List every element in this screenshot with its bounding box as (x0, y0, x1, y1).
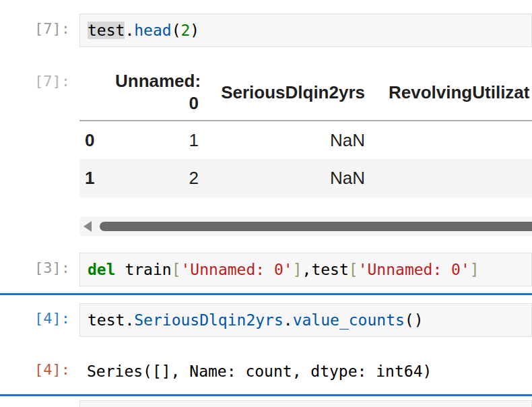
code-token-string: 'Unnamed: 0' (181, 261, 293, 278)
code-editor-4[interactable]: test.SeriousDlqin2yrs.value_counts() (79, 303, 532, 337)
code-token-bracket: ] (293, 261, 302, 278)
cell-separator-line (0, 394, 532, 396)
output-text: Series([], Name: count, dtype: int64) (79, 354, 532, 381)
code-token: test (88, 311, 125, 329)
input-prompt-7: [7]: (0, 13, 79, 37)
row-index: 0 (79, 121, 110, 159)
table-row: 0 1 NaN (79, 121, 532, 159)
output-cell-4: [4]: Series([], Name: count, dtype: int6… (0, 354, 532, 381)
code-token: test (311, 261, 348, 278)
code-token-highlighted: test (88, 22, 125, 39)
output-prompt-4: [4]: (0, 354, 79, 378)
output-prompt-7: [7]: (0, 67, 79, 90)
code-token: . (125, 22, 134, 39)
scrollbar-thumb[interactable] (100, 222, 532, 231)
code-token-keyword: del (88, 261, 116, 278)
code-token: train (116, 261, 172, 278)
next-code-editor[interactable] (79, 400, 532, 407)
code-token: ) (190, 22, 199, 39)
input-prompt-4: [4]: (0, 303, 79, 327)
code-token-bracket: ] (470, 261, 479, 278)
horizontal-scrollbar[interactable] (79, 217, 532, 236)
code-token-bracket: [ (172, 261, 181, 278)
code-token-property: value_counts (293, 311, 405, 329)
dataframe-table: Unnamed: 0 SeriousDlqin2yrs RevolvingUti… (79, 67, 532, 197)
code-cell-7: [7]: test.head(2) (0, 13, 532, 47)
notebook-area: [7]: test.head(2) [7]: Unnamed: 0 Seriou… (0, 0, 532, 407)
dataframe-header-index (79, 67, 110, 121)
cell-value (370, 159, 532, 197)
table-row: 1 2 NaN (79, 159, 532, 197)
dataframe-header-unnamed0: Unnamed: 0 (110, 67, 204, 121)
code-cell-3: [3]: del train['Unnamed: 0'],test['Unnam… (0, 253, 532, 286)
code-token: ( (172, 22, 181, 39)
code-token-bracket: [ (349, 261, 358, 278)
dataframe-header-revolvingutilization: RevolvingUtilizat (370, 67, 532, 121)
cell-value: 2 (110, 159, 204, 197)
output-cell-7: [7]: Unnamed: 0 SeriousDlqin2yrs Revolvi… (0, 67, 532, 197)
cell-value (370, 121, 532, 159)
dataframe-viewport: Unnamed: 0 SeriousDlqin2yrs RevolvingUti… (79, 67, 532, 197)
code-editor-3[interactable]: del train['Unnamed: 0'],test['Unnamed: 0… (79, 253, 532, 286)
cell-value: NaN (204, 159, 370, 197)
code-token: () (405, 311, 424, 329)
cell-value: NaN (204, 121, 370, 159)
code-token: 2 (181, 22, 191, 39)
code-token: . (125, 311, 134, 329)
row-index: 1 (79, 159, 110, 197)
input-prompt-3: [3]: (0, 253, 79, 276)
code-token-property: SeriousDlqin2yrs (134, 311, 284, 329)
dataframe-header-seriousdlqin2yrs: SeriousDlqin2yrs (204, 67, 370, 121)
code-token: , (302, 261, 312, 278)
dataframe-header-row: Unnamed: 0 SeriousDlqin2yrs RevolvingUti… (79, 67, 532, 121)
triangle-left-icon[interactable] (84, 221, 92, 232)
code-cell-4: [4]: test.SeriousDlqin2yrs.value_counts(… (0, 303, 532, 337)
cell-value: 1 (110, 121, 204, 159)
code-token: . (284, 311, 293, 329)
code-editor-7[interactable]: test.head(2) (79, 13, 532, 47)
cell-separator-line (0, 293, 532, 295)
code-token-string: 'Unnamed: 0' (358, 261, 470, 278)
code-token: head (134, 22, 171, 39)
